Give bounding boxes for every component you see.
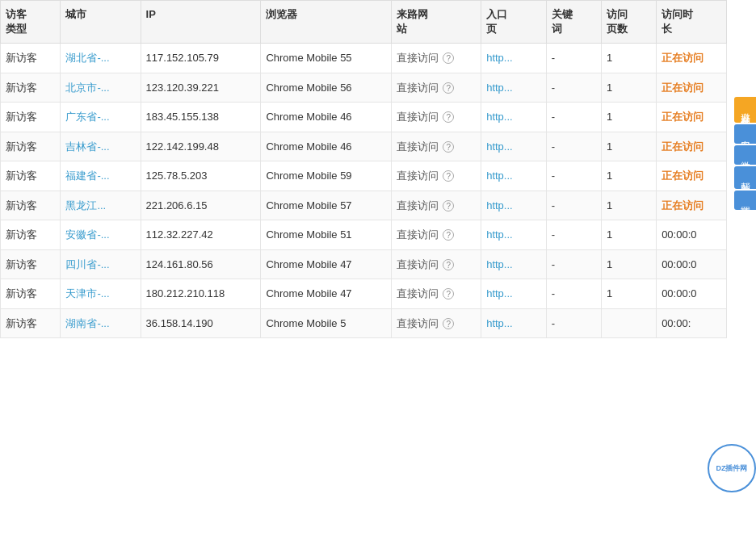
cell-ip: 125.78.5.203 xyxy=(141,161,261,191)
cell-browser: Chrome Mobile 47 xyxy=(261,279,391,309)
header-keyword: 关键词 xyxy=(546,1,601,44)
table-row: 新访客 四川省-... 124.161.80.56 Chrome Mobile … xyxy=(1,249,727,279)
cell-keyword: - xyxy=(546,249,601,279)
cell-duration: 正在访问 xyxy=(657,44,727,73)
cell-pages: 1 xyxy=(601,279,656,309)
cell-ip: 221.206.6.15 xyxy=(141,191,261,220)
cell-visitor-type: 新访客 xyxy=(1,279,61,309)
cell-referer: 直接访问 ? xyxy=(391,132,481,161)
cell-city[interactable]: 广东省-... xyxy=(61,103,141,132)
cell-pages: 1 xyxy=(601,191,656,220)
header-duration: 访问时长 xyxy=(657,1,727,44)
cell-visitor-type: 新访客 xyxy=(1,73,61,103)
cell-keyword: - xyxy=(546,44,601,73)
cell-pages: 1 xyxy=(601,220,656,250)
cell-browser: Chrome Mobile 5 xyxy=(261,308,391,338)
customer-service-button[interactable]: 客服 xyxy=(734,124,756,144)
table-row: 新访客 福建省-... 125.78.5.203 Chrome Mobile 5… xyxy=(1,161,727,191)
cell-pages: 1 xyxy=(601,249,656,279)
cell-referer: 直接访问 ? xyxy=(391,44,481,73)
cell-entry[interactable]: http... xyxy=(481,132,547,161)
sidebar-right: 邀好友领福利 客服 微信 帮助文档 置顶 xyxy=(734,97,756,210)
header-visitor-type: 访客类型 xyxy=(1,1,61,44)
cell-ip: 122.142.199.48 xyxy=(141,132,261,161)
cell-keyword: - xyxy=(546,161,601,191)
cell-browser: Chrome Mobile 59 xyxy=(261,161,391,191)
cell-referer: 直接访问 ? xyxy=(391,279,481,309)
cell-duration: 正在访问 xyxy=(657,191,727,220)
cell-entry[interactable]: http... xyxy=(481,308,547,338)
cell-visitor-type: 新访客 xyxy=(1,132,61,161)
cell-entry[interactable]: http... xyxy=(481,191,547,220)
cell-ip: 36.158.14.190 xyxy=(141,308,261,338)
header-referer: 来路网站 xyxy=(391,1,481,44)
cell-keyword: - xyxy=(546,279,601,309)
table-row: 新访客 黑龙江... 221.206.6.15 Chrome Mobile 57… xyxy=(1,191,727,220)
cell-ip: 117.152.105.79 xyxy=(141,44,261,73)
cell-visitor-type: 新访客 xyxy=(1,103,61,132)
table-row: 新访客 吉林省-... 122.142.199.48 Chrome Mobile… xyxy=(1,132,727,161)
cell-browser: Chrome Mobile 51 xyxy=(261,220,391,250)
cell-pages: 1 xyxy=(601,161,656,191)
table-row: 新访客 天津市-... 180.212.210.118 Chrome Mobil… xyxy=(1,279,727,309)
cell-ip: 123.120.39.221 xyxy=(141,73,261,103)
cell-keyword: - xyxy=(546,220,601,250)
cell-referer: 直接访问 ? xyxy=(391,73,481,103)
table-row: 新访客 安徽省-... 112.32.227.42 Chrome Mobile … xyxy=(1,220,727,250)
cell-pages xyxy=(601,308,656,338)
cell-entry[interactable]: http... xyxy=(481,249,547,279)
cell-city[interactable]: 北京市-... xyxy=(61,73,141,103)
cell-keyword: - xyxy=(546,73,601,103)
table-row: 新访客 北京市-... 123.120.39.221 Chrome Mobile… xyxy=(1,73,727,103)
cell-entry[interactable]: http... xyxy=(481,220,547,250)
cell-referer: 直接访问 ? xyxy=(391,161,481,191)
cell-duration: 正在访问 xyxy=(657,161,727,191)
cell-referer: 直接访问 ? xyxy=(391,308,481,338)
cell-entry[interactable]: http... xyxy=(481,44,547,73)
cell-browser: Chrome Mobile 47 xyxy=(261,249,391,279)
cell-city[interactable]: 四川省-... xyxy=(61,249,141,279)
header-browser: 浏览器 xyxy=(261,1,391,44)
cell-city[interactable]: 黑龙江... xyxy=(61,191,141,220)
cell-entry[interactable]: http... xyxy=(481,279,547,309)
cell-pages: 1 xyxy=(601,44,656,73)
cell-ip: 180.212.210.118 xyxy=(141,279,261,309)
cell-ip: 112.32.227.42 xyxy=(141,220,261,250)
cell-duration: 00:00:0 xyxy=(657,249,727,279)
place-top-button[interactable]: 置顶 xyxy=(734,191,756,210)
cell-ip: 124.161.80.56 xyxy=(141,249,261,279)
cell-duration: 00:00:0 xyxy=(657,220,727,250)
header-entry: 入口页 xyxy=(481,1,547,44)
cell-duration: 正在访问 xyxy=(657,132,727,161)
cell-visitor-type: 新访客 xyxy=(1,249,61,279)
cell-browser: Chrome Mobile 56 xyxy=(261,73,391,103)
cell-visitor-type: 新访客 xyxy=(1,161,61,191)
cell-browser: Chrome Mobile 55 xyxy=(261,44,391,73)
cell-entry[interactable]: http... xyxy=(481,73,547,103)
cell-duration: 00:00: xyxy=(657,308,727,338)
cell-city[interactable]: 安徽省-... xyxy=(61,220,141,250)
table-row: 新访客 湖南省-... 36.158.14.190 Chrome Mobile … xyxy=(1,308,727,338)
cell-entry[interactable]: http... xyxy=(481,161,547,191)
cell-pages: 1 xyxy=(601,73,656,103)
cell-browser: Chrome Mobile 46 xyxy=(261,132,391,161)
cell-city[interactable]: 吉林省-... xyxy=(61,132,141,161)
help-doc-button[interactable]: 帮助文档 xyxy=(734,166,756,189)
invite-friends-button[interactable]: 邀好友领福利 xyxy=(734,97,756,123)
cell-referer: 直接访问 ? xyxy=(391,103,481,132)
header-city: 城市 xyxy=(61,1,141,44)
cell-visitor-type: 新访客 xyxy=(1,220,61,250)
cell-keyword: - xyxy=(546,191,601,220)
cell-keyword: - xyxy=(546,308,601,338)
wechat-button[interactable]: 微信 xyxy=(734,145,756,165)
cell-keyword: - xyxy=(546,103,601,132)
cell-keyword: - xyxy=(546,132,601,161)
cell-city[interactable]: 湖北省-... xyxy=(61,44,141,73)
cell-city[interactable]: 福建省-... xyxy=(61,161,141,191)
cell-duration: 正在访问 xyxy=(657,103,727,132)
cell-pages: 1 xyxy=(601,103,656,132)
cell-city[interactable]: 湖南省-... xyxy=(61,308,141,338)
cell-city[interactable]: 天津市-... xyxy=(61,279,141,309)
cell-entry[interactable]: http... xyxy=(481,103,547,132)
cell-referer: 直接访问 ? xyxy=(391,220,481,250)
